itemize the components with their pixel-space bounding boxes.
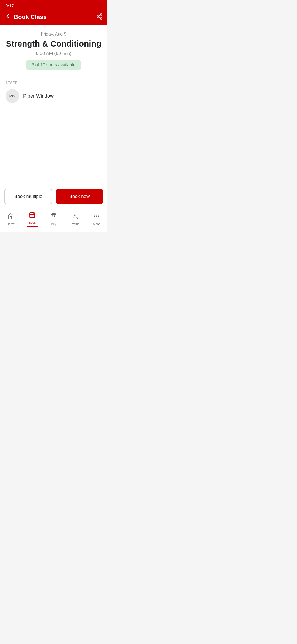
- nav-item-more[interactable]: More: [86, 212, 107, 227]
- svg-point-10: [74, 214, 76, 216]
- nav-label-buy: Buy: [51, 222, 56, 226]
- home-icon: [7, 213, 14, 221]
- svg-line-3: [99, 17, 101, 18]
- staff-label: STAFF: [6, 81, 102, 85]
- staff-section: STAFF PW Piper Window: [0, 75, 107, 147]
- svg-point-13: [98, 216, 99, 217]
- header: Book Class: [0, 10, 107, 25]
- nav-item-home[interactable]: Home: [0, 212, 21, 227]
- book-now-button[interactable]: Book now: [56, 189, 103, 204]
- nav-label-book: Book: [29, 221, 35, 224]
- nav-item-buy[interactable]: Buy: [43, 212, 64, 227]
- nav-label-more: More: [93, 222, 100, 226]
- status-bar: 9:17: [0, 0, 107, 10]
- bottom-nav: Home Book Buy: [0, 208, 107, 232]
- class-time: 6:00 AM (60 min): [6, 51, 102, 56]
- page-title: Book Class: [14, 13, 47, 21]
- nav-label-profile: Profile: [71, 222, 79, 226]
- svg-line-4: [99, 15, 101, 16]
- book-multiple-button[interactable]: Book multiple: [4, 189, 52, 204]
- staff-name: Piper Window: [23, 93, 54, 99]
- profile-icon: [72, 213, 78, 221]
- share-button[interactable]: [96, 13, 103, 21]
- nav-active-indicator: [27, 226, 38, 227]
- svg-point-11: [94, 216, 95, 217]
- nav-item-profile[interactable]: Profile: [64, 212, 86, 227]
- book-icon: [29, 212, 35, 220]
- status-time: 9:17: [6, 3, 14, 8]
- svg-rect-5: [30, 213, 35, 218]
- class-date: Friday, Aug 9: [6, 32, 102, 37]
- nav-item-book[interactable]: Book: [21, 211, 43, 228]
- class-info-section: Friday, Aug 9 Strength & Conditioning 6:…: [0, 25, 107, 75]
- spots-badge: 3 of 10 spots available: [26, 60, 81, 70]
- staff-avatar: PW: [6, 89, 19, 103]
- back-button[interactable]: [4, 13, 11, 21]
- buy-icon: [50, 213, 57, 221]
- staff-member: PW Piper Window: [6, 89, 102, 103]
- svg-point-12: [96, 216, 97, 217]
- class-name: Strength & Conditioning: [6, 39, 102, 49]
- nav-label-home: Home: [7, 222, 15, 226]
- header-left: Book Class: [4, 13, 47, 21]
- more-icon: [93, 213, 100, 221]
- main-content: Friday, Aug 9 Strength & Conditioning 6:…: [0, 25, 107, 208]
- action-buttons: Book multiple Book now: [0, 185, 107, 208]
